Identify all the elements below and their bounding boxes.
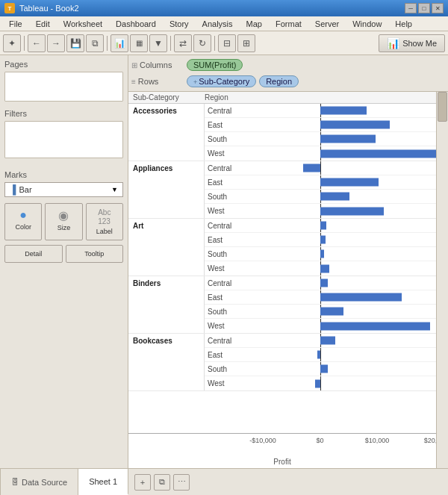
size-button[interactable]: ◉ Size [45,203,82,240]
region-label: West [205,149,263,158]
axis-tick-0: $0 [317,437,324,444]
toolbar-forward-button[interactable]: → [47,34,65,52]
status-bar: 🗄 Data Source Sheet 1 + ⧉ ⋯ [0,468,448,495]
rows-shelf-icon: ≡ [131,78,136,86]
rows-pill-sub-category[interactable]: +Sub-Category [187,75,256,87]
size-icon: ◉ [58,208,69,222]
region-label: Central [205,222,263,230]
chart-content: Sub-Category Region AccessoriesCentralEa… [128,92,436,468]
rows-pill-region[interactable]: Region [259,75,299,87]
data-bar [320,222,326,230]
table-row: Central [205,334,436,348]
data-source-tab[interactable]: 🗄 Data Source [0,469,78,495]
sheet1-tab[interactable]: Sheet 1 [78,469,128,495]
data-bar [320,121,390,129]
bar-area [263,334,436,347]
menu-server[interactable]: Server [309,18,345,30]
viz-column-headers: Sub-Category Region [128,92,436,104]
toolbar-dropdown-button[interactable]: ▼ [149,34,167,52]
menu-worksheet[interactable]: Worksheet [57,18,108,30]
menu-story[interactable]: Story [164,18,195,30]
zero-line [320,161,321,175]
marks-type-dropdown[interactable]: ▐ Bar ▼ [4,182,123,197]
minimize-button[interactable]: ─ [405,3,417,13]
table-row: South [205,132,436,146]
region-label: East [205,351,263,359]
chart-area: Sub-Category Region AccessoriesCentralEa… [128,92,448,468]
menu-edit[interactable]: Edit [30,18,56,30]
menu-analysis[interactable]: Analysis [196,18,239,30]
data-bar [320,135,375,143]
table-row: West [205,376,436,390]
color-button[interactable]: ● Color [4,203,42,240]
toolbar-swap-button[interactable]: ⇄ [174,34,192,52]
toolbar-save-button[interactable]: 💾 [66,34,84,52]
show-me-button[interactable]: 📊 Show Me [379,34,445,52]
left-panel: Pages Filters Marks ▐ Bar ▼ ● Color ◉ Si [0,55,128,468]
scrollbar-thumb[interactable] [438,92,447,122]
axis-ticks: -$10,000 $0 $10,000 $20,000 [263,435,436,456]
color-circle-icon: ● [19,208,27,222]
toolbar-separator-3 [170,36,171,51]
tooltip-button[interactable]: Tooltip [66,245,124,263]
data-bar [320,107,367,115]
rows-shelf: ≡ Rows +Sub-Category Region [131,73,445,90]
toolbar-copy-button[interactable]: ⧉ [86,34,104,52]
title-bar: T Tableau - Book2 ─ □ ✕ [0,0,448,16]
table-row: West [205,204,436,218]
maximize-button[interactable]: □ [418,3,430,13]
marks-type-label: Bar [19,185,109,194]
color-label: Color [15,223,31,231]
data-bar [320,264,329,273]
menu-help[interactable]: Help [389,18,418,30]
table-row: South [205,190,436,204]
table-row: West [205,261,436,275]
toolbar-back-button[interactable]: ← [28,34,46,52]
menu-format[interactable]: Format [270,18,308,30]
scrollbar[interactable] [436,92,448,468]
table-row: South [205,305,436,319]
bar-area [263,348,436,361]
data-bar [320,337,335,345]
menu-map[interactable]: Map [240,18,268,30]
toolbar-filter-button[interactable]: ⊟ [218,34,236,52]
menu-dashboard[interactable]: Dashboard [110,18,162,30]
menu-file[interactable]: File [3,18,28,30]
region-label: South [205,308,263,316]
bar-area [263,261,436,275]
sheet-options-button[interactable]: ⋯ [173,474,190,491]
columns-shelf-icon: ⊞ [131,61,137,69]
right-content: ⊞ Columns SUM(Profit) ≡ Rows +Sub-Catego… [128,55,448,468]
toolbar: ✦ ← → 💾 ⧉ 📊 ▦ ▼ ⇄ ↻ ⊟ ⊞ 📊 Show Me [0,31,448,55]
toolbar-new-button[interactable]: ✦ [3,34,21,52]
bar-area [263,362,436,376]
toolbar-group-button[interactable]: ⊞ [237,34,255,52]
columns-shelf-label: Columns [140,60,172,69]
toolbar-chart-button[interactable]: 📊 [111,34,128,52]
sheet-controls: + ⧉ ⋯ [128,474,196,491]
add-sheet-button[interactable]: + [134,474,151,491]
region-label: South [205,250,263,258]
marks-section: Marks ▐ Bar ▼ ● Color ◉ Size Abc123 Labe… [4,170,123,263]
region-label: East [205,121,263,129]
group-regions-bookcases: CentralEastSouthWest [205,334,436,390]
tooltip-label: Tooltip [84,250,104,258]
columns-pill-sum-profit[interactable]: SUM(Profit) [187,59,243,71]
detail-label: Detail [25,250,42,258]
detail-button[interactable]: Detail [4,245,63,263]
data-bar [320,250,324,258]
toolbar-refresh-button[interactable]: ↻ [193,34,211,52]
duplicate-sheet-button[interactable]: ⧉ [154,474,170,491]
data-source-label: Data Source [22,478,67,487]
data-bar [320,308,343,316]
group-label-accessories: Accessories [128,104,205,161]
group-row-accessories: AccessoriesCentralEastSouthWest [128,104,436,161]
close-button[interactable]: ✕ [432,3,444,13]
bar-area [263,219,436,232]
menu-window[interactable]: Window [346,18,388,30]
region-label: Central [205,279,263,287]
zero-line [320,348,321,361]
label-button[interactable]: Abc123 Label [86,203,123,240]
bar-area [263,319,436,333]
toolbar-bar-button[interactable]: ▦ [130,34,148,52]
